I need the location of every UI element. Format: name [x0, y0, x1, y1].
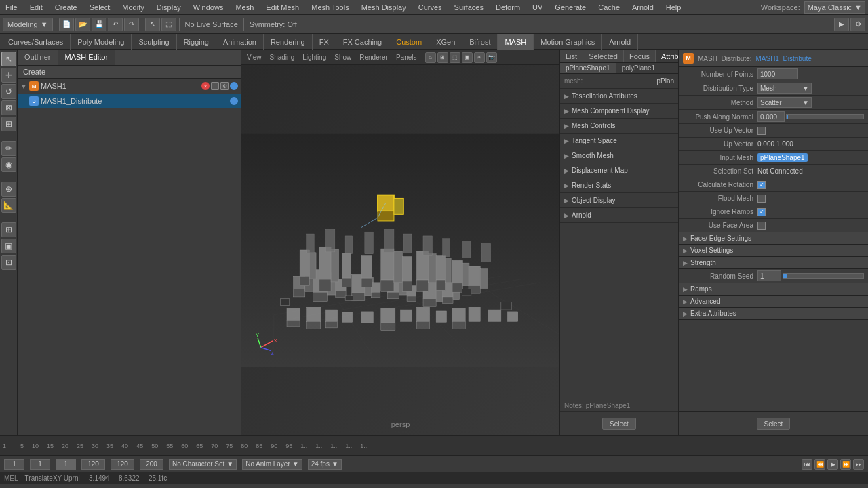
- redo-btn[interactable]: ↷: [124, 18, 139, 31]
- renderer-menu[interactable]: Renderer: [357, 53, 391, 62]
- random-seed-track[interactable]: [783, 273, 864, 279]
- face-edge-section[interactable]: ▶ Face/ Edge Settings: [679, 232, 868, 245]
- frame-end-input[interactable]: [111, 459, 134, 470]
- settings-btn[interactable]: ⚙: [850, 18, 865, 31]
- vp-light-btn[interactable]: ☀: [474, 52, 485, 63]
- menu-windows[interactable]: Windows: [191, 2, 226, 13]
- menu-cache[interactable]: Cache: [595, 2, 623, 13]
- mesh-tab-focus[interactable]: Focus: [624, 50, 656, 62]
- vp-fit-btn[interactable]: ⊞: [437, 52, 448, 63]
- tab-poly-modeling[interactable]: Poly Modeling: [71, 34, 132, 50]
- mash-editor-tab[interactable]: MASH Editor: [58, 50, 116, 65]
- mesh-tab-list[interactable]: List: [560, 50, 583, 62]
- paint-tool[interactable]: ✏: [1, 141, 16, 156]
- tab-rigging[interactable]: Rigging: [177, 34, 216, 50]
- timeline[interactable]: 1 5 10 15 20 25 30 35 40 45 50 55 60 65 …: [0, 435, 868, 455]
- select-btn[interactable]: ↖: [145, 18, 160, 31]
- use-face-area-checkbox[interactable]: [757, 222, 766, 230]
- vp-cam-btn[interactable]: 📷: [486, 52, 497, 63]
- push-along-input[interactable]: [757, 111, 785, 122]
- render-btn[interactable]: ▶: [834, 18, 849, 31]
- menu-edit-mesh[interactable]: Edit Mesh: [263, 2, 302, 13]
- menu-generate[interactable]: Generate: [552, 2, 589, 13]
- calc-rotation-checkbox[interactable]: [757, 181, 766, 189]
- vp-wire-btn[interactable]: ⬚: [450, 52, 460, 63]
- tab-mash[interactable]: MASH: [498, 34, 534, 50]
- panels-menu[interactable]: Panels: [393, 53, 420, 62]
- tab-fx[interactable]: FX: [313, 34, 336, 50]
- use-up-vector-checkbox[interactable]: [757, 127, 766, 135]
- vp-home-btn[interactable]: ⌂: [425, 52, 436, 63]
- menu-deform[interactable]: Deform: [493, 2, 523, 13]
- workspace-dropdown[interactable]: Maya Classic ▼: [804, 1, 865, 14]
- voxel-section[interactable]: ▶ Voxel Settings: [679, 245, 868, 257]
- mesh-component-section[interactable]: ▶ Mesh Component Display: [560, 104, 678, 119]
- open-file-btn[interactable]: 📂: [75, 18, 90, 31]
- tab-curves-surfaces[interactable]: Curves/Surfaces: [1, 34, 71, 50]
- menu-modify[interactable]: Modify: [119, 2, 146, 13]
- method-dropdown[interactable]: Scatter▼: [757, 97, 812, 108]
- mesh-tab-selected[interactable]: Selected: [583, 50, 624, 62]
- vp-shade-btn[interactable]: ▣: [462, 52, 473, 63]
- lasso-btn[interactable]: ⬚: [161, 18, 176, 31]
- menu-curves[interactable]: Curves: [416, 2, 445, 13]
- menu-help[interactable]: Help: [663, 2, 684, 13]
- menu-mesh-tools[interactable]: Mesh Tools: [309, 2, 351, 13]
- menu-uv[interactable]: UV: [530, 2, 545, 13]
- lighting-menu[interactable]: Lighting: [300, 53, 329, 62]
- camera-tool[interactable]: ⊡: [1, 255, 16, 270]
- shading-menu[interactable]: Shading: [267, 53, 298, 62]
- mode-dropdown[interactable]: Modeling▼: [3, 18, 53, 31]
- menu-surfaces[interactable]: Surfaces: [452, 2, 486, 13]
- menu-mesh-display[interactable]: Mesh Display: [359, 2, 409, 13]
- num-points-input[interactable]: [757, 68, 798, 79]
- sculpt-tool[interactable]: ◉: [1, 157, 16, 172]
- smooth-mesh-section[interactable]: ▶ Smooth Mesh: [560, 148, 678, 163]
- move-tool[interactable]: ✛: [1, 68, 16, 83]
- tab-arnold[interactable]: Arnold: [602, 34, 638, 50]
- tab-fx-caching[interactable]: FX Caching: [336, 34, 389, 50]
- menu-arnold[interactable]: Arnold: [629, 2, 656, 13]
- rotate-tool[interactable]: ↺: [1, 84, 16, 99]
- menu-mesh[interactable]: Mesh: [233, 2, 256, 13]
- random-seed-input[interactable]: [757, 270, 781, 281]
- displacement-section[interactable]: ▶ Displacement Map: [560, 163, 678, 178]
- advanced-section[interactable]: ▶ Advanced: [679, 296, 868, 308]
- push-along-track[interactable]: [786, 114, 864, 119]
- tab-rendering[interactable]: Rendering: [264, 34, 313, 50]
- strength-section[interactable]: ▶ Strength: [679, 257, 868, 269]
- menu-display[interactable]: Display: [154, 2, 184, 13]
- select-tool[interactable]: ↖: [1, 52, 16, 66]
- outliner-tab[interactable]: Outliner: [18, 50, 58, 65]
- playback-end-btn[interactable]: ⏭: [853, 459, 864, 470]
- arnold-section[interactable]: ▶ Arnold: [560, 208, 678, 223]
- snap-tool[interactable]: ⊕: [1, 182, 16, 197]
- flood-mesh-checkbox[interactable]: [757, 195, 766, 203]
- transform-tool[interactable]: ⊞: [1, 117, 16, 131]
- tab-sculpting[interactable]: Sculpting: [132, 34, 176, 50]
- mash1-tree-item[interactable]: ▼ M MASH1 × ⚙: [18, 79, 241, 94]
- extra-attrs-section[interactable]: ▶ Extra Attributes: [679, 308, 868, 320]
- pplane-shape-tab[interactable]: pPlaneShape1: [560, 63, 616, 73]
- playback-play-btn[interactable]: ▶: [827, 459, 838, 470]
- new-file-btn[interactable]: 📄: [59, 18, 74, 31]
- tab-xgen[interactable]: XGen: [429, 34, 462, 50]
- tessellation-section[interactable]: ▶ Tessellation Attributes: [560, 89, 678, 104]
- fps-dropdown[interactable]: 24 fps▼: [308, 459, 342, 470]
- playback-prev-btn[interactable]: ⏪: [814, 459, 825, 470]
- scale-tool[interactable]: ⊠: [1, 100, 16, 115]
- frame-start-input[interactable]: [4, 459, 24, 470]
- right-select-button[interactable]: Select: [757, 418, 791, 430]
- anim-layer-dropdown[interactable]: No Anim Layer▼: [242, 459, 302, 470]
- render-view-tool[interactable]: ▣: [1, 239, 16, 253]
- tangent-section[interactable]: ▶ Tangent Space: [560, 134, 678, 148]
- view-menu[interactable]: View: [244, 53, 264, 62]
- anim-end-input[interactable]: [140, 459, 163, 470]
- tab-animation[interactable]: Animation: [216, 34, 264, 50]
- grid-tool[interactable]: ⊞: [1, 222, 16, 237]
- measure-tool[interactable]: 📐: [1, 198, 16, 213]
- tab-motion-graphics[interactable]: Motion Graphics: [534, 34, 602, 50]
- dist-type-dropdown[interactable]: Mesh▼: [757, 83, 812, 94]
- playback-start-btn[interactable]: ⏮: [802, 459, 812, 470]
- viewport-canvas[interactable]: X Y Z persp: [241, 65, 559, 435]
